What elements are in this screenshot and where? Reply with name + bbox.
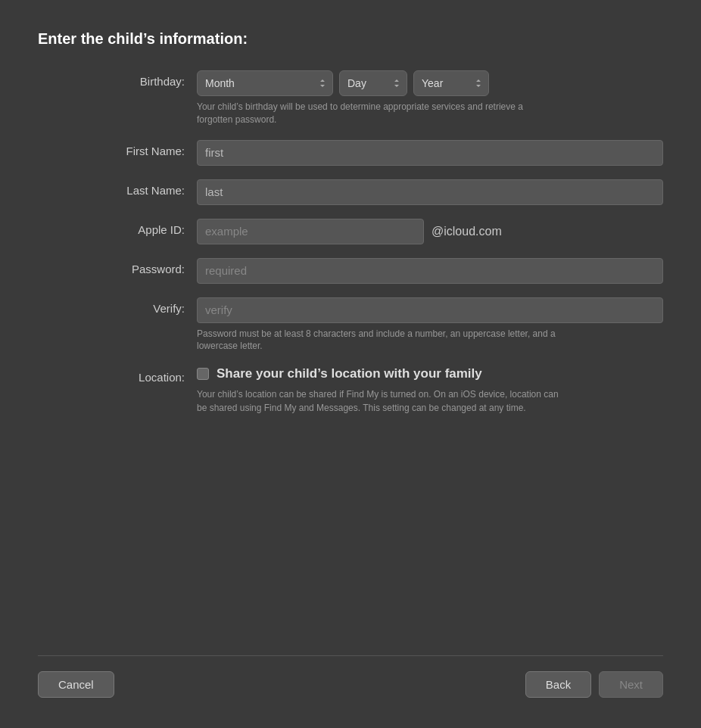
birthday-row: Birthday: Month January February March A… (38, 70, 663, 126)
verify-content: Password must be at least 8 characters a… (197, 297, 663, 353)
password-row: Password: (38, 258, 663, 284)
year-select[interactable]: Year (413, 70, 489, 96)
birthday-selects: Month January February March April May J… (197, 70, 663, 96)
first-name-label: First Name: (38, 140, 197, 157)
last-name-label: Last Name: (38, 179, 197, 197)
right-buttons: Back Next (525, 671, 663, 698)
password-content (197, 258, 663, 284)
form-area: Birthday: Month January February March A… (38, 70, 663, 640)
button-row: Cancel Back Next (38, 655, 663, 705)
first-name-row: First Name: (38, 140, 663, 166)
location-content: Share your child’s location with your fa… (197, 366, 663, 415)
page-title: Enter the child’s information: (38, 30, 663, 48)
location-row: Location: Share your child’s location wi… (38, 366, 663, 415)
birthday-label: Birthday: (38, 70, 197, 88)
first-name-input[interactable] (197, 140, 663, 166)
apple-id-group: @icloud.com (197, 219, 663, 244)
password-input[interactable] (197, 258, 663, 284)
location-label: Location: (38, 366, 197, 384)
verify-input[interactable] (197, 297, 663, 323)
location-group: Share your child’s location with your fa… (197, 366, 663, 381)
apple-id-input[interactable] (197, 219, 424, 244)
dialog: Enter the child’s information: Birthday:… (0, 0, 701, 728)
last-name-content (197, 179, 663, 205)
last-name-input[interactable] (197, 179, 663, 205)
next-button: Next (599, 671, 663, 698)
birthday-hint: Your child’s birthday will be used to de… (197, 101, 560, 126)
apple-id-content: @icloud.com (197, 219, 663, 244)
verify-row: Verify: Password must be at least 8 char… (38, 297, 663, 353)
password-label: Password: (38, 258, 197, 275)
back-button[interactable]: Back (525, 671, 591, 698)
location-checkbox-container (197, 368, 209, 380)
location-checkbox[interactable] (197, 368, 209, 380)
first-name-content (197, 140, 663, 166)
apple-id-label: Apple ID: (38, 219, 197, 236)
cancel-button[interactable]: Cancel (38, 671, 114, 698)
location-share-label: Share your child’s location with your fa… (217, 366, 482, 381)
location-hint: Your child’s location can be shared if F… (197, 387, 560, 415)
last-name-row: Last Name: (38, 179, 663, 205)
birthday-content: Month January February March April May J… (197, 70, 663, 126)
icloud-suffix: @icloud.com (432, 225, 502, 238)
apple-id-row: Apple ID: @icloud.com (38, 219, 663, 244)
day-select[interactable]: Day 1234 5678 9101112 13141516 17181920 … (339, 70, 407, 96)
password-hint: Password must be at least 8 characters a… (197, 328, 560, 353)
month-select[interactable]: Month January February March April May J… (197, 70, 333, 96)
verify-label: Verify: (38, 297, 197, 315)
